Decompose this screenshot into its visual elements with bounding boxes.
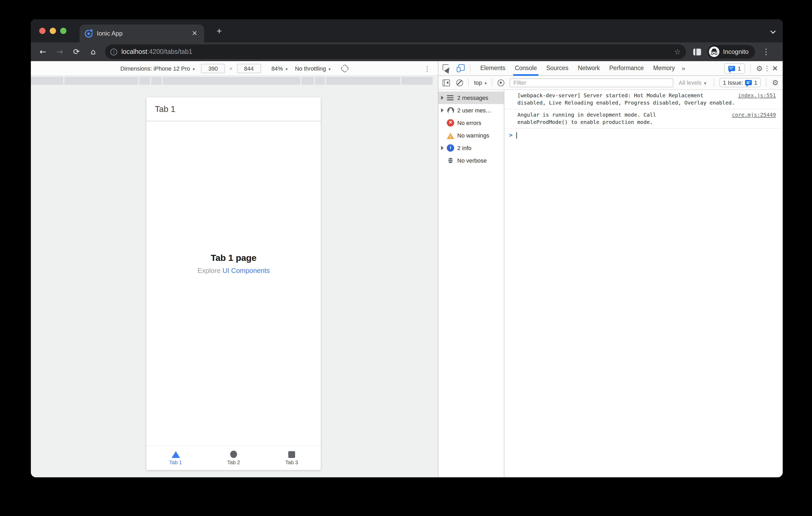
tab-elements[interactable]: Elements bbox=[475, 61, 510, 75]
dimensions-dropdown[interactable]: Dimensions: iPhone 12 Pro▾ bbox=[120, 65, 195, 71]
console-body: 2 messages 2 user mes… ✕ No errors bbox=[438, 90, 783, 477]
live-expression-eye-icon[interactable] bbox=[498, 79, 504, 86]
new-tab-button[interactable]: + bbox=[213, 26, 226, 38]
chevron-down-icon: ▾ bbox=[193, 67, 195, 71]
address-bar[interactable]: i localhost:4200/tabs/tab1 ☆ bbox=[105, 44, 686, 59]
sidebar-item-user-messages[interactable]: 2 user mes… bbox=[438, 104, 504, 117]
expand-caret-icon[interactable] bbox=[441, 108, 446, 113]
console-message[interactable]: index.js:551 [webpack-dev-server] Server… bbox=[504, 90, 783, 109]
device-toolbar-toggle-icon[interactable] bbox=[457, 64, 465, 72]
emulated-viewport: Tab 1 Tab 1 page Explore UI Components T… bbox=[146, 97, 321, 470]
source-link[interactable]: index.js:551 bbox=[738, 92, 776, 99]
ui-components-link[interactable]: UI Components bbox=[222, 267, 270, 274]
log-levels-dropdown[interactable]: All levels▾ bbox=[679, 80, 706, 86]
browser-menu-icon[interactable]: ⋮ bbox=[762, 47, 770, 57]
ellipse-icon bbox=[230, 451, 237, 458]
media-query-bar[interactable] bbox=[31, 77, 433, 85]
zoom-dropdown[interactable]: 84%▾ bbox=[271, 65, 288, 71]
prompt-chevron-icon: > bbox=[509, 132, 513, 139]
sidebar-item-label: 2 user mes… bbox=[457, 107, 492, 114]
context-dropdown[interactable]: top▾ bbox=[474, 80, 487, 86]
close-window-button[interactable] bbox=[39, 28, 46, 34]
sidebar-item-errors[interactable]: ✕ No errors bbox=[438, 117, 504, 129]
app-tab-label: Tab 3 bbox=[285, 459, 298, 465]
triangle-icon bbox=[171, 451, 180, 458]
tab-close-icon[interactable]: ✕ bbox=[191, 29, 199, 38]
side-panel-icon[interactable] bbox=[693, 48, 701, 55]
sidebar-item-verbose[interactable]: No verbose bbox=[438, 154, 504, 167]
clear-console-icon[interactable] bbox=[456, 79, 463, 86]
sidebar-item-label: 2 messages bbox=[457, 95, 488, 101]
console-filter-input[interactable] bbox=[510, 78, 674, 87]
chevron-down-icon: ▾ bbox=[485, 81, 487, 86]
issue-count-button[interactable]: 1 Issue: 1 bbox=[719, 78, 761, 87]
app-tab-label: Tab 1 bbox=[169, 459, 182, 465]
issues-button[interactable]: 1 bbox=[724, 63, 745, 73]
incognito-badge: Incognito bbox=[707, 45, 755, 59]
console-messages: index.js:551 [webpack-dev-server] Server… bbox=[504, 90, 783, 477]
device-toolbar-menu-icon[interactable]: ⋮ bbox=[424, 65, 431, 73]
chevron-down-icon: ▾ bbox=[704, 81, 706, 86]
tab-memory[interactable]: Memory bbox=[648, 61, 679, 75]
expand-caret-icon[interactable] bbox=[441, 146, 446, 150]
console-message[interactable]: core.mjs:25449 Angular is running in dev… bbox=[504, 109, 783, 129]
expand-caret-icon[interactable] bbox=[441, 96, 446, 100]
tab-sources[interactable]: Sources bbox=[542, 61, 573, 75]
app-tab-3[interactable]: Tab 3 bbox=[263, 446, 321, 470]
reload-button[interactable]: ⟳ bbox=[69, 45, 83, 59]
tab-network[interactable]: Network bbox=[573, 61, 605, 75]
divider bbox=[492, 79, 493, 87]
back-button[interactable]: ← bbox=[36, 45, 50, 59]
url-path: :4200/tabs/tab1 bbox=[147, 48, 192, 55]
sidebar-item-info[interactable]: i 2 info bbox=[438, 142, 504, 154]
app-page-content: Tab 1 page Explore UI Components bbox=[146, 253, 321, 274]
throttling-dropdown[interactable]: No throttling▾ bbox=[295, 65, 331, 71]
ionic-favicon-icon bbox=[85, 30, 93, 37]
browser-tab[interactable]: Ionic App ✕ bbox=[80, 25, 204, 42]
screen: Ionic App ✕ + ← → ⟳ ⌂ i localhost:4200/t… bbox=[0, 0, 812, 516]
devtools-close-icon[interactable]: × bbox=[772, 63, 779, 73]
tab-console[interactable]: Console bbox=[510, 61, 542, 75]
rotate-device-icon[interactable] bbox=[341, 65, 348, 72]
square-icon bbox=[288, 451, 295, 458]
device-height-input[interactable]: 844 bbox=[237, 63, 261, 73]
devtools-controls: 1 ⚙ ⋮ × bbox=[724, 63, 779, 73]
app-tab-1[interactable]: Tab 1 bbox=[146, 446, 205, 470]
tab-performance[interactable]: Performance bbox=[605, 61, 648, 75]
home-button[interactable]: ⌂ bbox=[86, 45, 100, 59]
app-header: Tab 1 bbox=[146, 97, 321, 121]
device-toolbar: Dimensions: iPhone 12 Pro▾ 390 × 844 84%… bbox=[31, 61, 438, 76]
devtools-menu-icon[interactable]: ⋮ bbox=[763, 64, 771, 72]
chevron-down-icon: ▾ bbox=[328, 67, 331, 71]
source-link[interactable]: core.mjs:25449 bbox=[732, 111, 776, 118]
tab-search-chevron-icon[interactable] bbox=[771, 28, 775, 33]
browser-window: Ionic App ✕ + ← → ⟳ ⌂ i localhost:4200/t… bbox=[31, 19, 783, 477]
console-settings-gear-icon[interactable]: ⚙ bbox=[772, 79, 779, 87]
site-info-icon[interactable]: i bbox=[110, 48, 117, 55]
device-width-input[interactable]: 390 bbox=[201, 63, 225, 73]
url-text[interactable]: localhost:4200/tabs/tab1 bbox=[121, 48, 674, 55]
inspect-element-icon[interactable] bbox=[443, 64, 451, 72]
console-prompt[interactable]: > bbox=[504, 129, 783, 139]
issues-bubble-icon bbox=[728, 66, 735, 71]
app-tab-bar: Tab 1 Tab 2 Tab 3 bbox=[146, 446, 321, 470]
issues-bubble-icon bbox=[745, 80, 752, 85]
forward-button[interactable]: → bbox=[53, 45, 66, 59]
message-text: Angular is running in development mode. … bbox=[517, 112, 656, 125]
more-tabs-icon[interactable]: » bbox=[679, 65, 687, 72]
sidebar-item-warnings[interactable]: ! No warnings bbox=[438, 129, 504, 142]
minimize-window-button[interactable] bbox=[50, 28, 56, 34]
error-icon: ✕ bbox=[447, 119, 454, 126]
settings-gear-icon[interactable]: ⚙ bbox=[756, 64, 762, 72]
issue-count: 1 bbox=[754, 80, 757, 86]
window-controls bbox=[39, 28, 66, 34]
page-subtitle: Explore UI Components bbox=[146, 267, 321, 274]
console-sidebar-toggle-icon[interactable] bbox=[443, 79, 450, 86]
zoom-window-button[interactable] bbox=[60, 28, 66, 34]
list-icon bbox=[447, 94, 454, 101]
bookmark-star-icon[interactable]: ☆ bbox=[674, 48, 681, 56]
sidebar-item-label: No verbose bbox=[457, 157, 487, 164]
sidebar-item-label: 2 info bbox=[457, 145, 471, 151]
app-tab-2[interactable]: Tab 2 bbox=[205, 446, 263, 470]
sidebar-item-all-messages[interactable]: 2 messages bbox=[438, 91, 504, 104]
